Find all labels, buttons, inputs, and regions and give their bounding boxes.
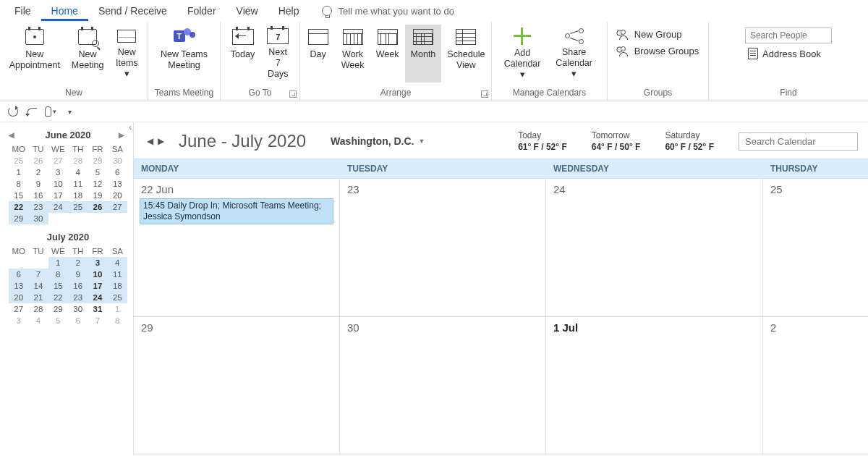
mini-cal-day[interactable] bbox=[9, 257, 28, 269]
customize-qat-button[interactable]: ▾ bbox=[64, 106, 75, 117]
mini-cal-day[interactable]: 29 bbox=[48, 303, 68, 315]
day-cell[interactable]: 25 bbox=[763, 179, 868, 316]
menu-send-receive[interactable]: Send / Receive bbox=[88, 1, 177, 21]
mini-cal-day[interactable]: 9 bbox=[28, 178, 48, 190]
mini-cal-day[interactable]: 25 bbox=[108, 292, 127, 303]
mini-cal-day[interactable]: 10 bbox=[88, 269, 107, 280]
address-book-button[interactable]: Address Book bbox=[745, 46, 832, 61]
today-button[interactable]: Today bbox=[225, 25, 260, 83]
mini-cal-day[interactable] bbox=[28, 257, 48, 269]
mini-cal-day[interactable]: 28 bbox=[28, 303, 48, 315]
mini-cal-day[interactable]: 5 bbox=[48, 315, 68, 326]
day-cell[interactable]: 30 bbox=[340, 317, 546, 455]
mini-cal-day[interactable]: 29 bbox=[88, 155, 107, 166]
mini-cal-day[interactable] bbox=[108, 213, 127, 224]
mini-cal-day[interactable]: 8 bbox=[108, 315, 127, 326]
mini-cal-day[interactable]: 7 bbox=[88, 315, 107, 326]
mini-cal-day[interactable]: 6 bbox=[108, 166, 127, 178]
mini-cal-day[interactable]: 15 bbox=[48, 280, 68, 292]
mini-cal-day[interactable]: 9 bbox=[68, 269, 88, 280]
next-range-button[interactable]: ▶ bbox=[158, 136, 164, 146]
menu-help[interactable]: Help bbox=[268, 1, 310, 21]
mini-cal-day[interactable]: 4 bbox=[68, 166, 88, 178]
day-cell[interactable]: 1 Jul bbox=[546, 317, 763, 455]
touch-mode-button[interactable]: ▾ bbox=[45, 106, 56, 117]
mini-cal-day[interactable]: 28 bbox=[68, 155, 88, 166]
mini-cal-day[interactable]: 15 bbox=[9, 190, 28, 201]
mini-cal-day[interactable]: 23 bbox=[28, 201, 48, 213]
mini-cal-day[interactable]: 3 bbox=[9, 315, 28, 326]
mini-cal-day[interactable]: 18 bbox=[108, 280, 127, 292]
week-view-button[interactable]: Week bbox=[370, 25, 405, 83]
mini-cal-day[interactable]: 18 bbox=[68, 190, 88, 201]
mini-cal-day[interactable]: 11 bbox=[108, 269, 127, 280]
menu-home[interactable]: Home bbox=[41, 1, 88, 21]
mini-cal-day[interactable]: 16 bbox=[28, 190, 48, 201]
new-items-button[interactable]: New Items ▾ bbox=[109, 25, 144, 83]
mini-cal-day[interactable]: 24 bbox=[48, 201, 68, 213]
menu-view[interactable]: View bbox=[226, 1, 268, 21]
mini-cal-day[interactable]: 6 bbox=[9, 269, 28, 280]
mini-cal-day[interactable]: 6 bbox=[68, 315, 88, 326]
mini-cal-day[interactable]: 20 bbox=[108, 190, 127, 201]
day-cell[interactable]: 2 bbox=[763, 317, 868, 455]
mini-cal-day[interactable]: 30 bbox=[108, 155, 127, 166]
mini-cal-day[interactable]: 30 bbox=[68, 303, 88, 315]
dialog-launcher-icon[interactable] bbox=[289, 90, 297, 98]
day-cell[interactable]: 22 Jun15:45 Daily Drop In; Microsoft Tea… bbox=[134, 179, 340, 316]
share-calendar-button[interactable]: Share Calendar ▾ bbox=[547, 25, 601, 83]
mini-cal-day[interactable]: 13 bbox=[108, 178, 127, 190]
new-teams-meeting-button[interactable]: T New Teams Meeting bbox=[154, 25, 214, 83]
day-cell[interactable]: 29 bbox=[134, 317, 340, 455]
mini-cal-day[interactable]: 25 bbox=[9, 155, 28, 166]
menu-folder[interactable]: Folder bbox=[177, 1, 226, 21]
mini-cal-day[interactable]: 23 bbox=[68, 292, 88, 303]
mini-cal-day[interactable] bbox=[68, 213, 88, 224]
mini-cal-day[interactable]: 2 bbox=[68, 257, 88, 269]
mini-cal-day[interactable]: 5 bbox=[88, 166, 107, 178]
mini-cal-day[interactable]: 25 bbox=[68, 201, 88, 213]
new-group-button[interactable]: New Group bbox=[614, 28, 702, 41]
mini-cal-day[interactable]: 1 bbox=[48, 257, 68, 269]
mini-cal-day[interactable]: 3 bbox=[88, 257, 107, 269]
mini-cal-day[interactable]: 16 bbox=[68, 280, 88, 292]
refresh-button[interactable] bbox=[7, 106, 19, 117]
mini-cal-day[interactable]: 22 bbox=[48, 292, 68, 303]
mini-cal-day[interactable]: 3 bbox=[48, 166, 68, 178]
mini-cal-day[interactable]: 26 bbox=[88, 201, 107, 213]
mini-cal-day[interactable]: 7 bbox=[28, 269, 48, 280]
next-7-days-button[interactable]: 7 Next 7 Days bbox=[260, 25, 295, 83]
work-week-button[interactable]: Work Week bbox=[336, 25, 370, 83]
mini-cal-day[interactable]: 24 bbox=[88, 292, 107, 303]
mini-cal-day[interactable]: 22 bbox=[9, 201, 28, 213]
month-view-button[interactable]: Month bbox=[405, 25, 442, 83]
calendar-event[interactable]: 15:45 Daily Drop In; Microsoft Teams Mee… bbox=[140, 198, 333, 224]
menu-file[interactable]: File bbox=[4, 1, 41, 21]
mini-cal-day[interactable] bbox=[88, 213, 107, 224]
mini-cal-day[interactable]: 10 bbox=[48, 178, 68, 190]
dialog-launcher-icon[interactable] bbox=[481, 90, 488, 98]
mini-cal-day[interactable] bbox=[48, 213, 68, 224]
browse-groups-button[interactable]: Browse Groups bbox=[614, 44, 702, 58]
mini-cal-day[interactable]: 12 bbox=[88, 178, 107, 190]
mini-cal-day[interactable]: 27 bbox=[9, 303, 28, 315]
mini-cal-day[interactable]: 1 bbox=[108, 303, 127, 315]
location-selector[interactable]: Washington, D.C. ▼ bbox=[331, 135, 425, 147]
day-view-button[interactable]: Day bbox=[301, 25, 336, 83]
mini-cal-day[interactable]: 27 bbox=[108, 201, 127, 213]
mini-cal-day[interactable]: 2 bbox=[28, 166, 48, 178]
schedule-view-button[interactable]: Schedule View bbox=[441, 25, 490, 83]
add-calendar-button[interactable]: Add Calendar ▾ bbox=[498, 25, 547, 83]
day-cell[interactable]: 24 bbox=[546, 179, 763, 316]
mini-cal-next[interactable]: ▶ bbox=[119, 131, 126, 139]
mini-cal-day[interactable]: 21 bbox=[28, 292, 48, 303]
tell-me-search[interactable]: Tell me what you want to do bbox=[322, 6, 454, 17]
mini-cal-day[interactable]: 27 bbox=[48, 155, 68, 166]
search-people-input[interactable] bbox=[745, 28, 832, 43]
search-calendar-input[interactable] bbox=[739, 132, 858, 151]
day-cell[interactable]: 23 bbox=[340, 179, 546, 316]
mini-cal-day[interactable]: 17 bbox=[48, 190, 68, 201]
mini-cal-day[interactable]: 1 bbox=[9, 166, 28, 178]
mini-cal-day[interactable]: 13 bbox=[9, 280, 28, 292]
mini-cal-day[interactable]: 30 bbox=[28, 213, 48, 224]
